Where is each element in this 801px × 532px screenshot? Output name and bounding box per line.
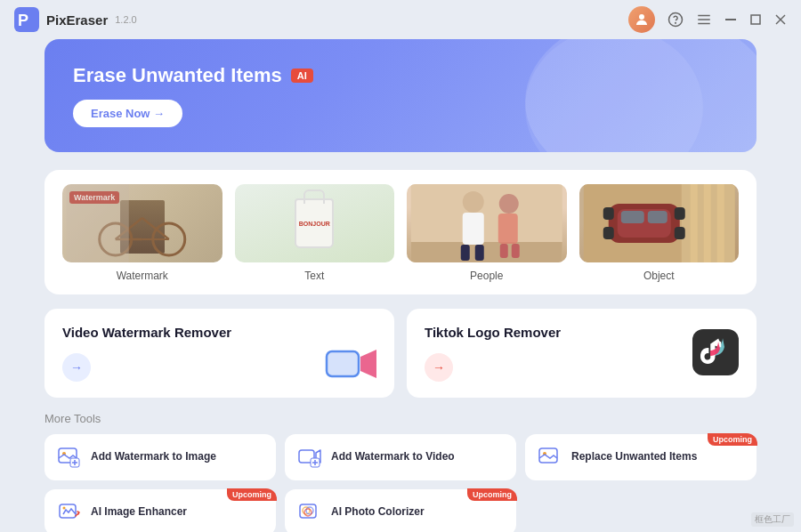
add-watermark-video-icon	[297, 445, 322, 470]
samples-grid: Watermark	[62, 184, 739, 282]
svg-line-16	[142, 218, 169, 239]
svg-rect-24	[461, 245, 470, 261]
svg-rect-40	[603, 227, 613, 239]
bag-shape: BONJOUR	[295, 198, 334, 248]
sample-image-watermark: Watermark	[62, 184, 222, 262]
replace-unwanted-label: Replace Unwanted Items	[571, 450, 697, 464]
tool-title-video: Video Watermark Remover	[62, 325, 376, 340]
svg-rect-19	[67, 184, 129, 262]
replace-unwanted-icon	[538, 445, 562, 470]
more-tools-label: More Tools	[44, 412, 756, 425]
more-tool-replace-unwanted[interactable]: Replace Unwanted Items Upcoming	[525, 434, 756, 480]
svg-rect-42	[674, 227, 684, 239]
svg-point-22	[463, 191, 484, 213]
tool-arrow-tiktok[interactable]: →	[425, 353, 453, 382]
svg-point-2	[639, 14, 644, 20]
sample-image-object	[579, 184, 740, 262]
sample-image-people	[407, 184, 567, 262]
svg-text:P: P	[18, 12, 28, 29]
svg-rect-38	[647, 211, 667, 223]
menu-icon[interactable]	[696, 12, 712, 28]
ai-photo-colorizer-label: AI Photo Colorizer	[331, 505, 425, 520]
ai-image-enhancer-label: AI Image Enhancer	[91, 505, 187, 520]
tool-card-video-watermark: Video Watermark Remover →	[44, 309, 394, 398]
sample-label-people: People	[470, 270, 503, 282]
hero-card: Erase Unwanted Items AI Erase Now →	[44, 39, 756, 152]
svg-rect-37	[620, 211, 643, 223]
svg-point-64	[304, 509, 312, 516]
add-watermark-image-icon	[57, 445, 82, 470]
svg-rect-27	[498, 214, 518, 244]
svg-rect-39	[603, 207, 613, 220]
upcoming-badge-enhancer: Upcoming	[227, 488, 277, 501]
more-tools-grid: Add Watermark to Image Add Watermark to …	[44, 434, 756, 532]
bottom-watermark: 框色工厂	[751, 512, 794, 527]
sample-item-people[interactable]: People	[407, 184, 567, 282]
more-tool-ai-image-enhancer[interactable]: AI Image Enhancer Upcoming	[44, 489, 276, 532]
sample-label-text: Text	[304, 270, 324, 282]
svg-marker-45	[360, 350, 376, 378]
main-content: Erase Unwanted Items AI Erase Now → Wate…	[0, 39, 801, 532]
more-tool-add-watermark-image[interactable]: Add Watermark to Image	[44, 434, 276, 480]
svg-point-4	[676, 22, 676, 23]
app-name-label: PixEraser	[46, 12, 108, 28]
svg-rect-8	[725, 19, 736, 20]
add-watermark-image-label: Add Watermark to Image	[91, 450, 216, 464]
close-button[interactable]	[774, 13, 787, 26]
sample-item-object[interactable]: Object	[579, 184, 740, 282]
bag-text: BONJOUR	[299, 221, 330, 227]
sample-label-object: Object	[643, 270, 675, 282]
minimize-button[interactable]	[724, 13, 737, 26]
upcoming-badge-replace: Upcoming	[708, 433, 757, 446]
svg-point-60	[63, 507, 66, 510]
svg-rect-43	[327, 351, 359, 376]
title-bar: P PixEraser 1.2.0	[0, 0, 801, 39]
svg-rect-28	[500, 244, 508, 258]
hero-title: Erase Unwanted Items AI	[73, 64, 728, 87]
svg-rect-9	[751, 15, 760, 24]
more-tool-ai-photo-colorizer[interactable]: AI Photo Colorizer Upcoming	[285, 489, 516, 532]
video-camera-icon	[325, 344, 378, 387]
svg-rect-32	[690, 184, 697, 262]
sample-image-text: BONJOUR	[235, 184, 395, 262]
app-logo: P	[14, 7, 39, 32]
svg-point-26	[499, 194, 519, 214]
ai-photo-colorizer-icon	[297, 500, 322, 525]
app-branding: P PixEraser 1.2.0	[14, 7, 137, 32]
tiktok-icon	[692, 329, 739, 383]
upcoming-badge-colorizer: Upcoming	[467, 488, 517, 501]
svg-rect-29	[512, 244, 520, 258]
sample-label-watermark: Watermark	[117, 270, 168, 282]
add-watermark-video-label: Add Watermark to Video	[331, 450, 455, 464]
svg-rect-34	[716, 184, 724, 262]
maximize-button[interactable]	[749, 13, 762, 26]
tool-arrow-video[interactable]: →	[62, 353, 91, 382]
svg-rect-23	[463, 213, 484, 245]
help-icon[interactable]	[668, 12, 684, 28]
erase-now-button[interactable]: Erase Now →	[73, 100, 182, 127]
tools-row: Video Watermark Remover → Tiktok Logo Re…	[44, 309, 756, 398]
more-tool-add-watermark-video[interactable]: Add Watermark to Video	[285, 434, 516, 480]
more-tools-section: More Tools Add Watermark to Image	[44, 412, 756, 532]
app-version-label: 1.2.0	[115, 14, 136, 25]
window-controls	[628, 6, 787, 33]
ai-badge: AI	[291, 69, 313, 83]
user-avatar[interactable]	[628, 6, 655, 33]
svg-rect-21	[411, 242, 562, 262]
samples-section: Watermark	[44, 170, 756, 294]
svg-rect-25	[475, 245, 484, 261]
svg-rect-41	[674, 207, 684, 220]
sample-item-text[interactable]: BONJOUR Text	[235, 184, 395, 282]
ai-image-enhancer-icon	[57, 500, 82, 525]
sample-item-watermark[interactable]: Watermark	[62, 184, 222, 282]
tool-card-tiktok: Tiktok Logo Remover →	[407, 309, 756, 398]
svg-rect-33	[703, 184, 710, 262]
